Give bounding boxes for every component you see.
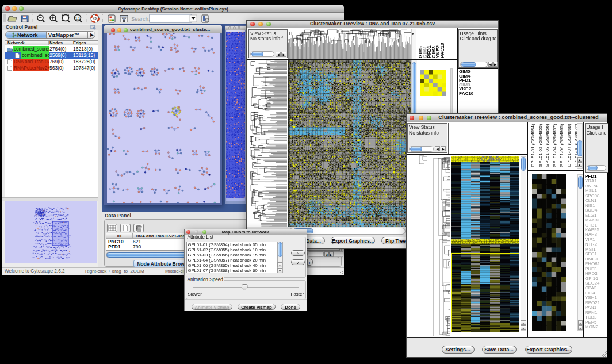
svg-text:Search:: Search: [131, 16, 150, 22]
svg-text:1:1: 1:1 [75, 17, 80, 20]
